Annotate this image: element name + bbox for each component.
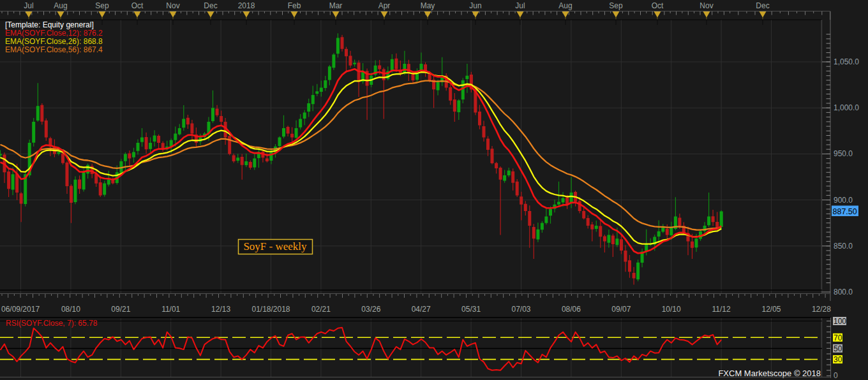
svg-text:1,000.0: 1,000.0 (834, 103, 859, 112)
svg-text:08/06: 08/06 (562, 305, 581, 314)
svg-text:Oct: Oct (652, 1, 664, 10)
svg-text:100: 100 (834, 317, 846, 326)
svg-text:09/07: 09/07 (611, 305, 631, 314)
svg-text:Feb: Feb (288, 1, 301, 10)
svg-text:12/05: 12/05 (761, 305, 781, 314)
svg-text:EMA(SOYF.Close,12): 876.2: EMA(SOYF.Close,12): 876.2 (5, 29, 103, 38)
svg-text:900.0: 900.0 (834, 196, 853, 205)
svg-text:03/26: 03/26 (361, 305, 380, 314)
svg-text:850.0: 850.0 (834, 242, 853, 251)
svg-text:Dec: Dec (204, 1, 217, 10)
svg-text:Jun: Jun (469, 1, 481, 10)
svg-text:0: 0 (834, 371, 838, 380)
svg-text:EMA(SOYF.Close,26): 868.8: EMA(SOYF.Close,26): 868.8 (5, 37, 103, 46)
svg-text:2018: 2018 (238, 1, 255, 10)
svg-text:EMA(SOYF.Close,56): 867.4: EMA(SOYF.Close,56): 867.4 (5, 45, 103, 54)
svg-text:Sep: Sep (95, 1, 109, 10)
svg-text:30: 30 (834, 355, 842, 364)
svg-text:[Template: Equity general]: [Template: Equity general] (5, 20, 94, 29)
svg-text:RSI(SOYF.Close, 7): 65.78: RSI(SOYF.Close, 7): 65.78 (6, 319, 98, 328)
svg-text:Dec: Dec (756, 1, 769, 10)
svg-text:11/01: 11/01 (161, 305, 180, 314)
svg-text:Nov: Nov (166, 1, 179, 10)
svg-text:07/03: 07/03 (511, 305, 530, 314)
svg-text:887.50: 887.50 (833, 207, 857, 216)
svg-text:50: 50 (834, 344, 842, 353)
svg-text:10/10: 10/10 (662, 305, 681, 314)
svg-text:12/28: 12/28 (812, 305, 831, 314)
svg-text:Jul: Jul (24, 1, 33, 10)
svg-text:12/13: 12/13 (211, 305, 230, 314)
svg-text:Aug: Aug (54, 1, 67, 10)
svg-text:Mar: Mar (329, 1, 343, 10)
svg-text:70: 70 (834, 333, 842, 342)
svg-text:Nov: Nov (700, 1, 713, 10)
svg-text:01/18/2018: 01/18/2018 (251, 305, 290, 314)
svg-text:06/09/2017: 06/09/2017 (1, 305, 40, 314)
svg-text:1,050.0: 1,050.0 (834, 57, 859, 66)
svg-text:May: May (421, 1, 435, 10)
svg-text:800.0: 800.0 (834, 288, 853, 296)
svg-text:Apr: Apr (378, 1, 391, 10)
svg-text:SoyF - weekly: SoyF - weekly (243, 240, 307, 252)
svg-text:FXCM Marketscope © 2018: FXCM Marketscope © 2018 (718, 369, 821, 378)
svg-text:09/21: 09/21 (111, 305, 130, 314)
svg-text:Aug: Aug (558, 1, 572, 10)
svg-text:Sep: Sep (609, 1, 623, 10)
svg-text:08/10: 08/10 (61, 305, 80, 314)
svg-text:02/21: 02/21 (311, 305, 331, 314)
svg-text:05/31: 05/31 (461, 305, 481, 314)
svg-text:950.0: 950.0 (834, 149, 853, 158)
svg-text:Oct: Oct (131, 1, 144, 10)
svg-text:Jul: Jul (515, 1, 525, 10)
svg-text:11/12: 11/12 (712, 305, 731, 314)
svg-text:04/27: 04/27 (412, 305, 431, 314)
